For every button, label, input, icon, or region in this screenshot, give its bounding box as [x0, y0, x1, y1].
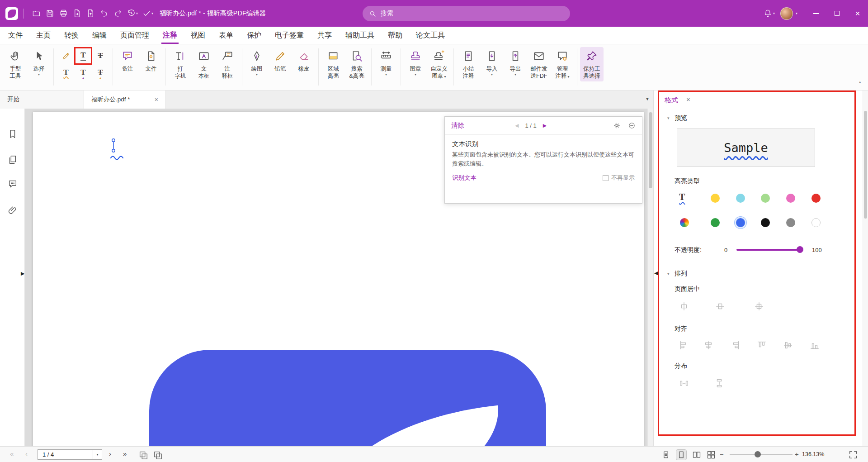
select-tool-button[interactable]: 选择▾: [27, 47, 51, 78]
menu-share[interactable]: 共享: [317, 27, 332, 44]
eraser-button[interactable]: 橡皮: [292, 47, 316, 74]
share-document-button[interactable]: [84, 7, 97, 20]
previous-page-icon[interactable]: ‹: [25, 450, 28, 457]
align-center-icon[interactable]: [703, 340, 713, 350]
color-wheel-picker-icon[interactable]: [680, 218, 689, 227]
measure-button[interactable]: 测量▾: [374, 47, 398, 78]
drawing-button[interactable]: 绘图▾: [245, 47, 269, 78]
align-top-icon[interactable]: [757, 340, 767, 350]
avatar-caret-icon[interactable]: ▾: [796, 11, 797, 15]
menu-organize[interactable]: 页面管理: [120, 27, 149, 44]
align-bottom-icon[interactable]: [810, 340, 820, 350]
hand-tool-button[interactable]: 手型工具: [4, 47, 27, 81]
format-panel-tab[interactable]: 格式: [665, 96, 678, 105]
align-left-icon[interactable]: [679, 340, 689, 350]
pages-panel-icon[interactable]: [8, 155, 18, 165]
email-fdf-button[interactable]: 邮件发送FDF: [527, 47, 551, 81]
align-right-icon[interactable]: [730, 340, 740, 350]
menu-file[interactable]: 文件: [8, 27, 23, 44]
document-viewport[interactable]: 清除 ◀ 1 / 1 ▶ 文本识别 某些页面包含未被识别的文本。您可以运行文本识…: [25, 109, 647, 446]
underline-tool-selected[interactable]: T: [75, 48, 92, 64]
menu-form[interactable]: 表单: [219, 27, 233, 44]
pager-prev-icon[interactable]: ◀: [515, 123, 519, 129]
page-combo-caret-icon[interactable]: ▾: [93, 450, 102, 459]
history-caret-icon[interactable]: ▾: [136, 11, 138, 15]
dont-show-again-checkbox[interactable]: [603, 175, 609, 181]
tab-close-icon[interactable]: ×: [155, 96, 158, 103]
redo-button[interactable]: [111, 7, 124, 20]
custom-stamp-button[interactable]: 自定义图章▾: [427, 47, 451, 81]
next-view-icon[interactable]: [153, 450, 163, 460]
color-swatch-light-green[interactable]: [761, 194, 770, 203]
center-horizontally-icon[interactable]: [679, 301, 689, 311]
search-input[interactable]: 搜索: [363, 6, 570, 21]
menu-edit[interactable]: 编辑: [92, 27, 107, 44]
view-single-page-icon[interactable]: [676, 450, 686, 460]
manage-comments-button[interactable]: 管理注释▾: [551, 47, 574, 81]
notification-collapse-icon[interactable]: [628, 122, 636, 129]
bookmarks-panel-icon[interactable]: [8, 129, 18, 139]
opacity-slider-track[interactable]: [736, 249, 803, 251]
minimize-button[interactable]: [806, 0, 826, 27]
color-swatch-yellow[interactable]: [711, 194, 720, 203]
last-page-icon[interactable]: »: [123, 450, 127, 457]
menu-accessibility[interactable]: 辅助工具: [345, 27, 374, 44]
opacity-slider-thumb[interactable]: [797, 246, 803, 253]
close-button[interactable]: ×: [847, 0, 868, 27]
replace-text-tool[interactable]: T▴: [92, 64, 109, 81]
pencil-button[interactable]: 铅笔: [269, 47, 292, 74]
color-swatch-white[interactable]: [811, 218, 821, 227]
user-avatar[interactable]: [780, 7, 793, 20]
document-scrollbar[interactable]: [647, 109, 653, 446]
panel-scrollbar[interactable]: [863, 90, 868, 446]
view-continuous-icon[interactable]: [661, 450, 671, 460]
undo-button[interactable]: [97, 7, 111, 20]
center-vertically-icon[interactable]: [715, 301, 725, 311]
zoom-slider-thumb[interactable]: [755, 451, 761, 457]
export-comments-button[interactable]: 导出▾: [504, 47, 527, 78]
menu-view[interactable]: 视图: [191, 27, 205, 44]
menu-comment[interactable]: 注释: [163, 27, 177, 44]
color-swatch-black[interactable]: [761, 218, 770, 227]
current-markup-tool-icon[interactable]: T: [679, 192, 685, 202]
print-button[interactable]: [57, 7, 70, 20]
previous-view-icon[interactable]: [138, 450, 148, 460]
strikeout-tool[interactable]: T: [92, 48, 109, 64]
color-swatch-red[interactable]: [811, 194, 821, 203]
color-swatch-blue-selected[interactable]: [736, 218, 745, 227]
typewriter-button[interactable]: 打字机: [169, 47, 192, 81]
color-swatch-cyan[interactable]: [736, 194, 745, 203]
document-scrollbar-thumb[interactable]: [649, 112, 652, 188]
quick-export-button[interactable]: [70, 7, 84, 20]
pager-next-icon[interactable]: ▶: [543, 123, 547, 129]
fullscreen-icon[interactable]: [848, 450, 858, 460]
color-swatch-pink[interactable]: [786, 194, 795, 203]
menu-help[interactable]: 帮助: [388, 27, 402, 44]
view-facing-continuous-icon[interactable]: [706, 450, 716, 460]
tab-list-caret-icon[interactable]: ▼: [645, 96, 650, 101]
area-highlight-button[interactable]: 区域高亮: [321, 47, 345, 81]
distribute-horizontally-icon[interactable]: [679, 378, 689, 388]
format-panel-close-icon[interactable]: ×: [686, 95, 690, 103]
search-highlight-button[interactable]: 搜索&高亮: [345, 47, 368, 81]
insert-text-tool[interactable]: T▴: [75, 64, 92, 81]
attachments-panel-icon[interactable]: [8, 205, 18, 215]
recognize-text-link[interactable]: 识别文本: [452, 174, 476, 182]
rail-expand-icon[interactable]: ▶: [21, 271, 24, 276]
align-middle-icon[interactable]: [783, 340, 793, 350]
zoom-in-icon[interactable]: +: [795, 450, 799, 458]
maximize-button[interactable]: [826, 0, 847, 27]
open-file-button[interactable]: [29, 7, 43, 20]
first-page-icon[interactable]: «: [10, 450, 14, 457]
comments-panel-icon[interactable]: [8, 179, 18, 189]
squiggly-underline-tool[interactable]: T: [57, 64, 75, 81]
summarize-comments-button[interactable]: 小结注释: [457, 47, 480, 81]
import-comments-button[interactable]: 导入▾: [480, 47, 504, 78]
tab-start[interactable]: 开始: [0, 90, 84, 109]
zoom-out-icon[interactable]: −: [720, 450, 724, 458]
stamp-button[interactable]: 图章▾: [404, 47, 427, 78]
notification-settings-gear-icon[interactable]: [613, 122, 621, 129]
save-button[interactable]: [43, 7, 57, 20]
keep-tool-selected-button[interactable]: 保持工具选择: [580, 47, 604, 81]
bell-caret-icon[interactable]: ▾: [773, 11, 775, 15]
